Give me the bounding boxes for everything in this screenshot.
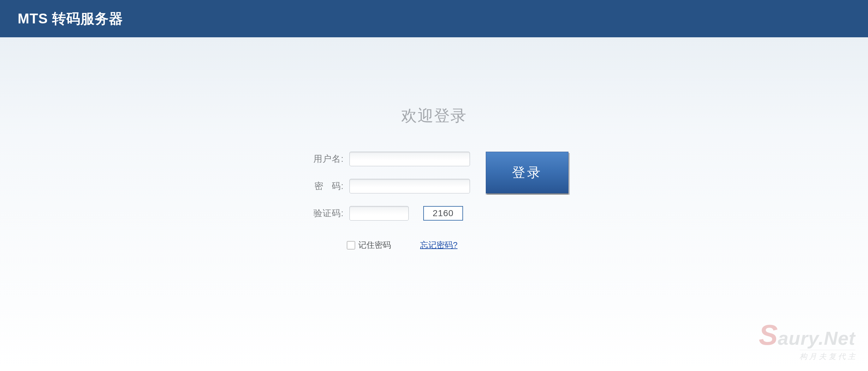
header-bar: MTS 转码服务器	[0, 0, 868, 37]
login-panel: 欢迎登录 用户名: 密 码: 验证码: 2160	[282, 105, 586, 251]
captcha-input[interactable]	[349, 206, 409, 221]
username-label: 用户名:	[300, 153, 344, 165]
username-row: 用户名:	[300, 152, 470, 166]
password-input[interactable]	[349, 179, 470, 193]
header-left: MTS 转码服务器	[0, 0, 240, 37]
watermark: S aury.Net 构 月 夫 复 代 主	[759, 323, 856, 362]
remember-label: 记住密码	[358, 239, 391, 251]
forgot-password-link[interactable]: 忘记密码?	[420, 239, 457, 251]
watermark-sub: 构 月 夫 复 代 主	[800, 350, 856, 362]
login-form: 用户名: 密 码: 验证码: 2160	[282, 152, 586, 251]
captcha-image[interactable]: 2160	[423, 206, 463, 221]
captcha-row: 验证码: 2160	[300, 206, 470, 221]
remember-password[interactable]: 记住密码	[347, 239, 391, 251]
password-label: 密 码:	[300, 180, 344, 192]
login-title: 欢迎登录	[282, 105, 586, 126]
captcha-label: 验证码:	[300, 207, 344, 219]
username-input[interactable]	[349, 152, 470, 166]
remember-checkbox[interactable]	[347, 241, 355, 249]
extras-row: 记住密码 忘记密码?	[347, 239, 470, 251]
password-row: 密 码:	[300, 179, 470, 193]
watermark-initial: S	[759, 323, 778, 346]
watermark-text: aury.Net	[778, 327, 856, 349]
login-button[interactable]: 登录	[486, 152, 568, 193]
content-area: 欢迎登录 用户名: 密 码: 验证码: 2160	[0, 37, 868, 371]
app-title: MTS 转码服务器	[18, 9, 123, 28]
